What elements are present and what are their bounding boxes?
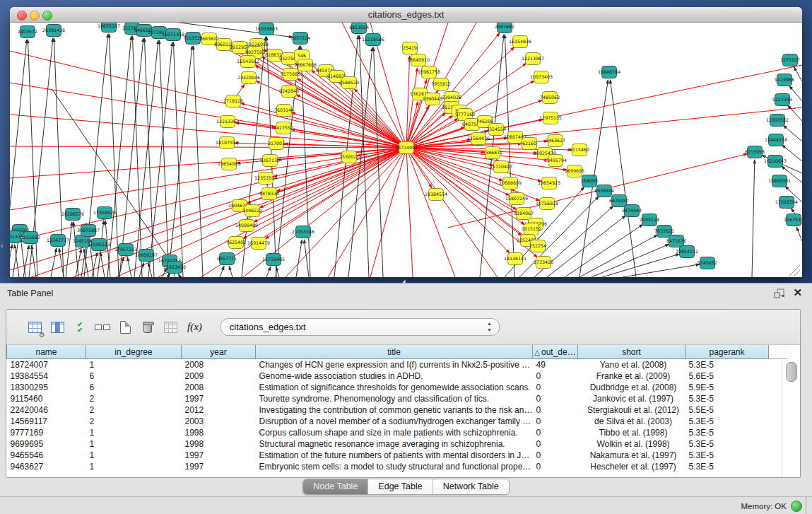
graph-node[interactable]: 7857224 <box>290 33 310 45</box>
column-header-in_degree[interactable]: in_degree <box>86 345 182 359</box>
graph-node[interactable]: 2530027 <box>339 151 359 163</box>
graph-node[interactable]: 25419 <box>403 42 418 54</box>
float-panel-icon[interactable] <box>774 288 785 299</box>
network-graph[interactable]: 1403572203914361065528715276629466160107… <box>10 23 802 277</box>
graph-node[interactable]: 16648784 <box>598 66 620 78</box>
graph-node[interactable]: 164095 <box>581 175 598 187</box>
graph-node[interactable]: 10655287 <box>98 23 120 33</box>
graph-node[interactable]: 2718126 <box>223 95 243 107</box>
graph-node[interactable]: 9427552 <box>273 122 293 134</box>
graph-node[interactable]: 2588520 <box>339 77 359 89</box>
graph-node[interactable]: 12353594 <box>254 173 277 185</box>
graph-node[interactable]: 7386872 <box>483 147 502 159</box>
graph-node[interactable]: 18640910 <box>407 54 430 66</box>
graph-node[interactable]: 16154838 <box>509 36 531 48</box>
graph-node[interactable]: 1733426 <box>534 257 553 269</box>
function-builder-icon[interactable]: f(x) <box>187 321 202 333</box>
column-header-year[interactable]: year <box>182 345 256 359</box>
graph-node[interactable]: 39133 <box>10 231 21 243</box>
table-scrollbar[interactable] <box>782 359 800 477</box>
tab-edge-table[interactable]: Edge Table <box>368 479 433 494</box>
graph-node[interactable]: 10688609 <box>499 177 522 189</box>
graph-node[interactable]: 30975887 <box>77 225 100 237</box>
graph-node[interactable]: 8215958 <box>745 146 765 158</box>
table-row[interactable]: 969969511998Structural magnetic resonanc… <box>7 438 787 450</box>
graph-node[interactable]: 15720407 <box>490 161 512 173</box>
graph-node[interactable]: 9857771 <box>217 253 237 265</box>
show-columns-icon[interactable] <box>49 319 66 336</box>
graph-node[interactable]: 19654985 <box>218 158 240 170</box>
graph-node[interactable]: 16033803 <box>255 23 278 35</box>
graph-node[interactable]: 7955812 <box>431 78 451 90</box>
tab-network-table[interactable]: Network Table <box>433 479 509 494</box>
graph-node[interactable]: 317003 <box>268 138 285 150</box>
graph-node[interactable]: 16914479 <box>247 238 270 250</box>
graph-node[interactable]: 9245652 <box>698 257 717 269</box>
close-panel-icon[interactable]: ✕ <box>793 286 802 299</box>
table-row[interactable]: 977716911998Corpus callosum shape and si… <box>7 427 787 438</box>
column-header-name[interactable]: name <box>7 345 86 359</box>
graph-node[interactable]: 12093582 <box>766 115 789 127</box>
graph-node[interactable]: 1015152 <box>522 223 541 235</box>
graph-node[interactable]: 12444158 <box>765 134 787 146</box>
scrollbar-thumb[interactable] <box>786 362 797 382</box>
table-row[interactable]: 946362711997Embryonic stem cells: a mode… <box>7 461 787 472</box>
graph-node[interactable]: 13342737 <box>47 235 69 247</box>
memory-status-icon[interactable] <box>791 501 802 512</box>
graph-node[interactable]: 10756928 <box>536 198 558 210</box>
graph-node[interactable]: 12975135 <box>539 112 562 124</box>
graph-node[interactable]: 8938924 <box>594 185 614 197</box>
graph-node[interactable]: 9390443 <box>423 93 442 105</box>
graph-node[interactable]: 9267130 <box>260 155 280 167</box>
graph-node[interactable]: 12213967 <box>522 53 544 65</box>
column-header-short[interactable]: short <box>578 345 686 359</box>
network-canvas[interactable]: 1403572203914361065528715276629466160107… <box>10 23 802 277</box>
graph-node[interactable]: 9227343 <box>772 94 792 106</box>
import-table-icon[interactable] <box>162 319 179 336</box>
graph-node[interactable]: 9184067 <box>514 208 534 220</box>
graph-node[interactable]: 15716485 <box>262 254 285 266</box>
graph-node[interactable]: 252254 <box>529 240 546 252</box>
graph-node[interactable]: 17016504 <box>775 197 798 209</box>
table-row[interactable]: 1456911722003Disruption of a novel membe… <box>7 416 787 427</box>
collapse-arrow-icon[interactable]: ‹ <box>1 241 4 250</box>
graph-node[interactable]: 3324554 <box>486 124 506 136</box>
graph-node[interactable]: 9699695 <box>565 165 584 177</box>
table-row[interactable]: 1830029562008Estimation of significance … <box>7 382 787 393</box>
graph-node[interactable]: 2087682 <box>495 23 514 33</box>
graph-node[interactable]: 23420046 <box>237 72 260 84</box>
table-row[interactable]: 2242004622012Investigating the contribut… <box>7 404 787 416</box>
graph-node[interactable]: 1403572 <box>18 26 37 38</box>
graph-node[interactable]: 20391436 <box>42 25 65 37</box>
graph-node[interactable]: 9129966 <box>775 74 794 86</box>
resize-grip-icon[interactable] <box>789 265 800 276</box>
graph-node[interactable]: 10854112 <box>676 246 698 258</box>
column-header-pagerank[interactable]: pagerank <box>686 345 769 359</box>
graph-node[interactable]: 16961758 <box>418 66 440 78</box>
graph-node[interactable]: 9115460 <box>570 144 589 156</box>
graph-node[interactable]: 15692991 <box>768 175 791 187</box>
create-table-icon[interactable] <box>117 319 134 336</box>
network-window-titlebar[interactable]: citations_edges.txt <box>10 7 802 23</box>
graph-node[interactable]: 2935114 <box>640 214 659 226</box>
rows-icon[interactable] <box>94 319 111 336</box>
table-row[interactable]: 911546021997Tourette syndrome. Phenomeno… <box>7 393 787 404</box>
attribute-table[interactable]: namein_degreeyeartitle△out_de…shortpager… <box>6 345 787 472</box>
graph-node[interactable]: 19654923 <box>538 177 560 189</box>
graph-node[interactable]: 19384554 <box>425 189 447 201</box>
table-row[interactable]: 946554611997Estimation of the future num… <box>7 450 787 461</box>
tab-node-table[interactable]: Node Table <box>303 479 368 494</box>
column-header-title[interactable]: title <box>256 345 533 359</box>
graph-node[interactable]: 1167533 <box>784 214 802 226</box>
table-selector-dropdown[interactable]: citations_edges.txt ▲▼ <box>220 318 500 336</box>
graph-node[interactable]: 1115682 <box>20 232 40 244</box>
graph-node[interactable]: 17359928 <box>93 207 116 219</box>
graph-node[interactable]: 5498222 <box>242 205 262 217</box>
graph-node[interactable]: 9474444 <box>622 205 642 217</box>
table-row[interactable]: 1872400712008Changes of HCN gene express… <box>7 359 787 371</box>
graph-node[interactable]: 20206576 <box>61 209 84 221</box>
graph-node[interactable]: 14136141 <box>504 253 526 265</box>
table-options-icon[interactable]: ⚙ <box>26 319 43 336</box>
graph-node[interactable]: 15218586 <box>362 34 384 46</box>
graph-node[interactable]: 9463627 <box>546 135 565 147</box>
